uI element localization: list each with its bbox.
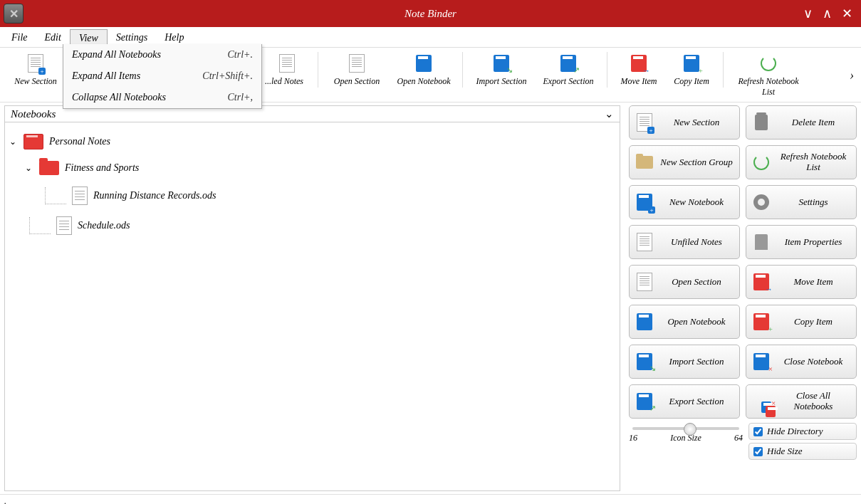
tb-label: Open Section	[334, 76, 380, 87]
tb-label: Copy Item	[674, 76, 709, 87]
dd-expand-all-items[interactable]: Expand All Items Ctrl+Shift+.	[63, 65, 261, 87]
tree-node-label: Running Distance Records.ods	[93, 190, 216, 201]
tb-refresh-notebook-list[interactable]: Refresh Notebook List	[729, 52, 808, 99]
btn-copy-item[interactable]: + Copy Item	[746, 305, 857, 339]
tree-node-schedule[interactable]: Schedule.ods	[9, 211, 615, 241]
tree: ⌄ Personal Notes ⌄ Fitness and Sports Ru…	[5, 122, 620, 246]
tree-node-fitness[interactable]: ⌄ Fitness and Sports	[9, 155, 615, 181]
view-dropdown: Expand All Notebooks Ctrl+. Expand All I…	[63, 44, 262, 109]
dd-collapse-all-notebooks[interactable]: Collapse All Notebooks Ctrl+,	[63, 87, 261, 108]
btn-import-section[interactable]: ↘ Import Section	[629, 345, 740, 379]
btn-label: Close Notebook	[776, 357, 850, 367]
btn-label: Open Section	[659, 277, 734, 288]
tree-node-label: Personal Notes	[49, 136, 110, 147]
btn-delete-item[interactable]: Delete Item	[746, 105, 857, 140]
side-panel: + New Section Delete Item New Section Gr…	[625, 103, 861, 494]
btn-unfiled-notes[interactable]: Unfiled Notes	[629, 225, 740, 259]
notebook-open-icon	[637, 313, 652, 330]
btn-refresh-notebook-list[interactable]: Refresh Notebook List	[746, 145, 857, 179]
clipboard-icon	[755, 234, 768, 250]
tb-label: ...led Notes	[265, 76, 303, 87]
btn-label: Settings	[776, 197, 850, 208]
tree-node-running[interactable]: Running Distance Records.ods	[9, 181, 615, 211]
tree-connector	[29, 217, 51, 234]
btn-new-section-group[interactable]: New Section Group	[629, 145, 740, 179]
tree-header-label: Notebooks	[11, 108, 605, 120]
btn-label: Item Properties	[776, 237, 850, 248]
toolbar-separator	[723, 52, 724, 88]
dd-shortcut: Ctrl+,	[227, 92, 253, 103]
slider-max: 64	[734, 433, 743, 443]
caret-icon[interactable]: ⌄	[25, 163, 33, 174]
check-hide-size[interactable]: Hide Size	[748, 443, 857, 460]
tb-label: Export Section	[543, 76, 594, 87]
btn-label: New Notebook	[659, 197, 734, 208]
sheet-icon: +	[637, 113, 652, 132]
btn-open-notebook[interactable]: Open Notebook	[629, 305, 740, 339]
tb-label: Move Item	[621, 76, 657, 87]
tb-label: New Section	[14, 76, 57, 87]
dd-shortcut: Ctrl+.	[227, 49, 253, 61]
tb-label: Import Section	[476, 76, 527, 87]
minimize-icon[interactable]: ∨	[803, 6, 813, 21]
btn-new-notebook[interactable]: + New Notebook	[629, 185, 740, 219]
slider-min: 16	[629, 433, 637, 443]
btn-open-section[interactable]: Open Section	[629, 265, 740, 299]
checkbox[interactable]	[753, 447, 763, 456]
tb-unfiled-notes[interactable]: ...led Notes	[262, 52, 312, 88]
sheet-open-icon	[637, 273, 652, 291]
btn-item-properties[interactable]: Item Properties	[746, 225, 857, 259]
btn-close-notebook[interactable]: × Close Notebook	[746, 345, 857, 379]
icon-size-slider[interactable]	[632, 427, 739, 430]
tb-export-section[interactable]: ↗ Export Section	[536, 52, 601, 88]
window-title: Note Binder	[405, 8, 456, 20]
toolbar-scroll-right-icon[interactable]: ›	[845, 64, 858, 88]
btn-label: Close All Notebooks	[776, 391, 850, 412]
checkbox[interactable]	[753, 427, 763, 436]
file-icon	[56, 216, 72, 235]
notebook-close-icon: ×	[753, 353, 769, 370]
btn-new-section[interactable]: + New Section	[629, 105, 740, 140]
tb-new-section[interactable]: + New Section	[3, 52, 68, 88]
statusbar: .	[0, 494, 861, 504]
tree-node-personal-notes[interactable]: ⌄ Personal Notes	[9, 128, 615, 155]
check-label: Hide Directory	[767, 426, 823, 437]
titlebar: ✕ Note Binder ∨ ∧ ✕	[0, 0, 861, 27]
toolbar-separator	[318, 52, 318, 88]
tb-open-notebook[interactable]: Open Notebook	[391, 52, 456, 88]
trash-icon	[755, 115, 768, 130]
caret-icon[interactable]: ⌄	[9, 137, 18, 147]
sheet-open-icon	[349, 54, 365, 73]
window-menu-icon[interactable]: ✕	[4, 4, 24, 23]
btn-label: Move Item	[776, 277, 850, 288]
btn-move-item[interactable]: → Move Item	[746, 265, 857, 299]
btn-label: Delete Item	[776, 117, 850, 128]
notebook-blue-icon: +	[637, 194, 652, 211]
btn-label: New Section Group	[659, 157, 734, 168]
dd-label: Collapse All Notebooks	[72, 92, 166, 103]
btn-export-section[interactable]: ↗ Export Section	[629, 384, 740, 419]
btn-label: Refresh Notebook List	[776, 152, 850, 173]
btn-settings[interactable]: Settings	[746, 185, 857, 219]
toolbar-separator	[462, 52, 463, 88]
chevron-down-icon[interactable]: ⌄	[605, 107, 614, 120]
notebook-export-icon: ↗	[637, 393, 652, 410]
btn-close-all-notebooks[interactable]: × Close All Notebooks	[746, 384, 857, 419]
btn-label: New Section	[659, 117, 734, 128]
tb-open-section[interactable]: Open Section	[324, 52, 390, 88]
gear-icon	[753, 194, 769, 210]
dd-label: Expand All Items	[72, 70, 140, 82]
refresh-icon	[753, 154, 769, 170]
menu-file[interactable]: File	[3, 29, 36, 47]
dd-expand-all-notebooks[interactable]: Expand All Notebooks Ctrl+.	[63, 44, 261, 65]
tree-node-label: Schedule.ods	[78, 220, 130, 231]
tree-panel: Notebooks ⌄ ⌄ Personal Notes ⌄ Fitness a…	[4, 105, 620, 491]
check-hide-directory[interactable]: Hide Directory	[748, 423, 857, 440]
close-icon[interactable]: ✕	[842, 6, 852, 21]
tb-import-section[interactable]: ↘ Import Section	[469, 52, 534, 88]
dd-label: Expand All Notebooks	[72, 49, 161, 61]
tree-connector	[45, 187, 66, 204]
tb-move-item[interactable]: → Move Item	[613, 52, 664, 88]
maximize-icon[interactable]: ∧	[823, 6, 832, 21]
tb-copy-item[interactable]: + Copy Item	[666, 52, 717, 88]
